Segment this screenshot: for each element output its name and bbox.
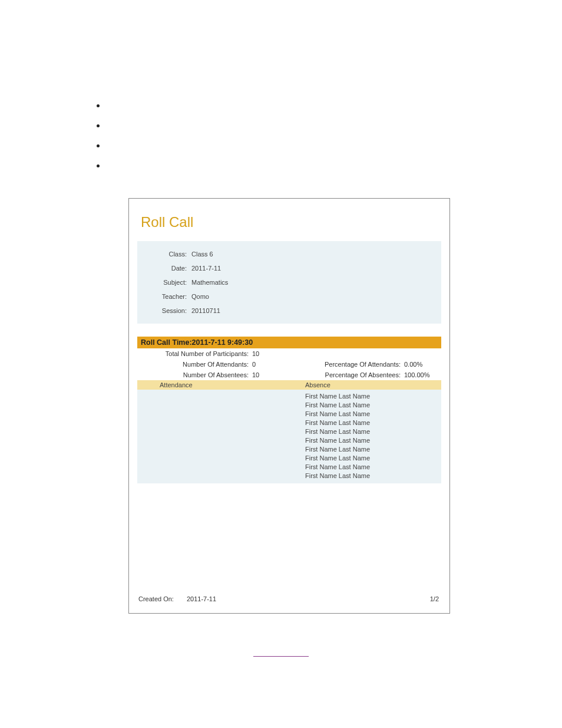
attendants-label: Number Of Attendants: — [137, 361, 252, 368]
absence-row: First Name Last Name — [305, 393, 370, 400]
absentees-pct-label: Percentage Of Absentees: — [305, 371, 404, 378]
page-number: 1/2 — [430, 595, 441, 602]
divider-line — [253, 656, 309, 657]
date-value: 2011-7-11 — [190, 265, 221, 272]
bullet-item — [106, 120, 562, 140]
absence-column-header: Absence — [305, 381, 330, 388]
absentees-pct-value: 100.00% — [404, 371, 429, 378]
bullet-list — [82, 100, 562, 180]
class-value: Class 6 — [190, 251, 213, 258]
class-label: Class: — [137, 251, 190, 258]
attendants-value: 0 — [252, 361, 305, 368]
columns-header: Attendance Absence — [137, 380, 441, 390]
session-label: Session: — [137, 307, 190, 314]
absentees-value: 10 — [252, 371, 305, 378]
subject-label: Subject: — [137, 279, 190, 286]
attendants-pct-label: Percentage Of Attendants: — [305, 361, 404, 368]
attendance-column-header: Attendance — [137, 381, 305, 388]
session-value: 20110711 — [190, 307, 220, 314]
report-frame: Roll Call Class: Class 6 Date: 2011-7-11… — [128, 198, 450, 614]
attendants-pct-value: 0.00% — [404, 361, 422, 368]
created-on-label: Created On: — [138, 595, 174, 602]
created-on-value: 2011-7-11 — [174, 595, 216, 602]
subject-value: Mathematics — [190, 279, 228, 286]
absence-list: First Name Last Name First Name Last Nam… — [137, 390, 441, 483]
absence-row: First Name Last Name — [305, 410, 370, 417]
absence-row: First Name Last Name — [305, 437, 370, 444]
absence-row: First Name Last Name — [305, 401, 370, 409]
total-participants-label: Total Number of Participants: — [137, 350, 252, 357]
bullet-item — [106, 160, 562, 180]
total-participants-value: 10 — [252, 350, 305, 357]
absentees-label: Number Of Absentees: — [137, 371, 252, 378]
rollcall-time-bar: Roll Call Time:2011-7-11 9:49:30 — [137, 337, 441, 348]
absence-row: First Name Last Name — [305, 428, 370, 435]
absence-row: First Name Last Name — [305, 446, 370, 453]
absence-row: First Name Last Name — [305, 419, 370, 426]
date-label: Date: — [137, 265, 190, 272]
teacher-label: Teacher: — [137, 293, 190, 300]
absence-row: First Name Last Name — [305, 472, 370, 479]
stats-block: Total Number of Participants: 10 Number … — [137, 348, 441, 380]
bullet-item — [106, 140, 562, 160]
header-block: Class: Class 6 Date: 2011-7-11 Subject: … — [137, 241, 441, 324]
bullet-item — [106, 100, 562, 120]
report-footer: Created On: 2011-7-11 1/2 — [137, 595, 441, 605]
absence-row: First Name Last Name — [305, 463, 370, 470]
absence-row: First Name Last Name — [305, 454, 370, 462]
teacher-value: Qomo — [190, 293, 209, 300]
report-title: Roll Call — [141, 214, 441, 230]
